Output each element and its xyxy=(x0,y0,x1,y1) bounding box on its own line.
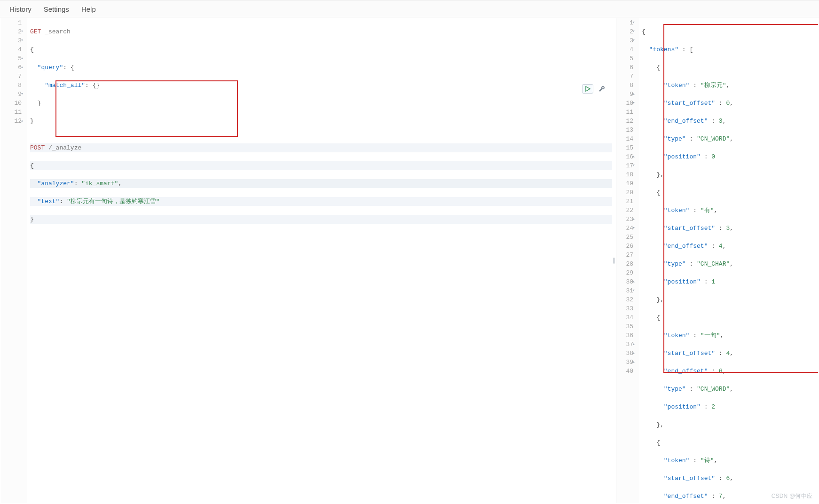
line-number-gutter: 1▾2▾3▾456789▴10▾111213141516▴17▾18192021… xyxy=(616,18,639,503)
response-editor[interactable]: 1▾2▾3▾456789▴10▾111213141516▴17▾18192021… xyxy=(616,18,818,503)
menu-history[interactable]: History xyxy=(9,5,32,13)
request-editor-pane: 12▾3▾45▴6▴789▾101112▴ GET _search { "que… xyxy=(1,18,612,503)
pane-splitter[interactable]: ‖ xyxy=(612,18,616,503)
menu-help[interactable]: Help xyxy=(81,5,96,13)
watermark-text: CSDN @何中应 xyxy=(772,492,812,500)
request-code[interactable]: GET _search { "query": { "match_all": {}… xyxy=(27,18,612,503)
line-number-gutter: 12▾3▾45▴6▴789▾101112▴ xyxy=(1,18,27,503)
menu-settings[interactable]: Settings xyxy=(44,5,69,13)
menubar: History Settings Help xyxy=(0,0,819,17)
response-code: { "tokens" : [ { "token" : "柳宗元", "start… xyxy=(639,18,818,503)
run-request-button[interactable] xyxy=(582,84,593,94)
request-action-buttons xyxy=(582,84,607,94)
workspace: 12▾3▾45▴6▴789▾101112▴ GET _search { "que… xyxy=(0,17,819,504)
request-editor[interactable]: 12▾3▾45▴6▴789▾101112▴ GET _search { "que… xyxy=(1,18,612,503)
wrench-icon[interactable] xyxy=(596,84,607,94)
response-pane: 1▾2▾3▾456789▴10▾111213141516▴17▾18192021… xyxy=(616,18,818,503)
